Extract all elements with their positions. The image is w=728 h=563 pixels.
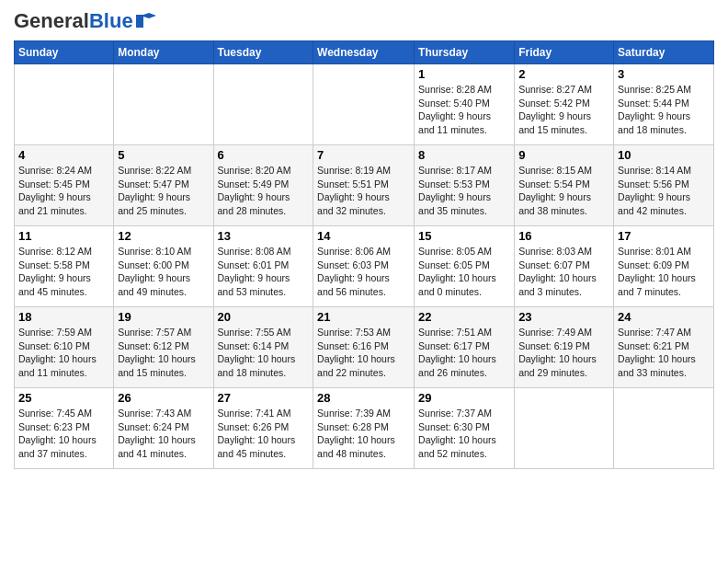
calendar-cell: 12Sunrise: 8:10 AM Sunset: 6:00 PM Dayli… xyxy=(114,226,213,307)
day-number: 12 xyxy=(118,229,209,243)
calendar-cell xyxy=(614,388,714,469)
day-number: 3 xyxy=(618,67,710,81)
calendar-cell: 6Sunrise: 8:20 AM Sunset: 5:49 PM Daylig… xyxy=(213,145,313,226)
day-number: 2 xyxy=(518,67,609,81)
day-number: 23 xyxy=(518,310,609,324)
logo: General Blue xyxy=(14,9,156,33)
day-info: Sunrise: 7:59 AM Sunset: 6:10 PM Dayligh… xyxy=(18,326,109,380)
day-info: Sunrise: 8:05 AM Sunset: 6:05 PM Dayligh… xyxy=(418,245,510,299)
col-header-tuesday: Tuesday xyxy=(213,41,313,64)
col-header-monday: Monday xyxy=(114,41,213,64)
calendar-cell: 5Sunrise: 8:22 AM Sunset: 5:47 PM Daylig… xyxy=(114,145,213,226)
day-info: Sunrise: 8:27 AM Sunset: 5:42 PM Dayligh… xyxy=(518,83,609,137)
day-number: 9 xyxy=(518,148,609,162)
day-number: 19 xyxy=(118,310,209,324)
logo-blue: Blue xyxy=(89,9,133,33)
calendar-cell xyxy=(313,64,415,145)
day-info: Sunrise: 8:10 AM Sunset: 6:00 PM Dayligh… xyxy=(118,245,209,299)
col-header-thursday: Thursday xyxy=(415,41,515,64)
calendar-cell: 1Sunrise: 8:28 AM Sunset: 5:40 PM Daylig… xyxy=(415,64,515,145)
calendar-cell: 9Sunrise: 8:15 AM Sunset: 5:54 PM Daylig… xyxy=(515,145,614,226)
day-info: Sunrise: 7:45 AM Sunset: 6:23 PM Dayligh… xyxy=(18,407,109,461)
day-number: 27 xyxy=(218,391,310,405)
day-info: Sunrise: 7:39 AM Sunset: 6:28 PM Dayligh… xyxy=(317,407,410,461)
calendar-cell: 22Sunrise: 7:51 AM Sunset: 6:17 PM Dayli… xyxy=(415,307,515,388)
day-info: Sunrise: 8:15 AM Sunset: 5:54 PM Dayligh… xyxy=(518,164,609,218)
col-header-saturday: Saturday xyxy=(614,41,714,64)
day-number: 10 xyxy=(618,148,710,162)
day-info: Sunrise: 7:55 AM Sunset: 6:14 PM Dayligh… xyxy=(218,326,310,380)
calendar-cell: 19Sunrise: 7:57 AM Sunset: 6:12 PM Dayli… xyxy=(114,307,213,388)
calendar-cell xyxy=(213,64,313,145)
day-info: Sunrise: 8:22 AM Sunset: 5:47 PM Dayligh… xyxy=(118,164,209,218)
calendar-cell: 23Sunrise: 7:49 AM Sunset: 6:19 PM Dayli… xyxy=(515,307,614,388)
logo-flag-icon xyxy=(136,13,156,28)
page-header: General Blue xyxy=(14,9,714,33)
day-number: 18 xyxy=(18,310,109,324)
calendar-cell: 21Sunrise: 7:53 AM Sunset: 6:16 PM Dayli… xyxy=(313,307,415,388)
day-number: 29 xyxy=(418,391,510,405)
day-number: 16 xyxy=(518,229,609,243)
day-number: 22 xyxy=(418,310,510,324)
day-info: Sunrise: 7:51 AM Sunset: 6:17 PM Dayligh… xyxy=(418,326,510,380)
day-number: 6 xyxy=(218,148,310,162)
calendar-cell: 18Sunrise: 7:59 AM Sunset: 6:10 PM Dayli… xyxy=(15,307,114,388)
calendar-cell: 17Sunrise: 8:01 AM Sunset: 6:09 PM Dayli… xyxy=(614,226,714,307)
day-info: Sunrise: 7:41 AM Sunset: 6:26 PM Dayligh… xyxy=(218,407,310,461)
calendar-cell: 7Sunrise: 8:19 AM Sunset: 5:51 PM Daylig… xyxy=(313,145,415,226)
day-info: Sunrise: 8:12 AM Sunset: 5:58 PM Dayligh… xyxy=(18,245,109,299)
day-info: Sunrise: 7:53 AM Sunset: 6:16 PM Dayligh… xyxy=(317,326,410,380)
day-number: 20 xyxy=(218,310,310,324)
calendar-cell: 15Sunrise: 8:05 AM Sunset: 6:05 PM Dayli… xyxy=(415,226,515,307)
day-info: Sunrise: 8:24 AM Sunset: 5:45 PM Dayligh… xyxy=(18,164,109,218)
calendar-cell: 24Sunrise: 7:47 AM Sunset: 6:21 PM Dayli… xyxy=(614,307,714,388)
calendar-cell: 27Sunrise: 7:41 AM Sunset: 6:26 PM Dayli… xyxy=(213,388,313,469)
col-header-sunday: Sunday xyxy=(15,41,114,64)
day-number: 17 xyxy=(618,229,710,243)
day-info: Sunrise: 8:28 AM Sunset: 5:40 PM Dayligh… xyxy=(418,83,510,137)
calendar-cell: 3Sunrise: 8:25 AM Sunset: 5:44 PM Daylig… xyxy=(614,64,714,145)
day-number: 5 xyxy=(118,148,209,162)
day-number: 25 xyxy=(18,391,109,405)
col-header-friday: Friday xyxy=(515,41,614,64)
day-number: 8 xyxy=(418,148,510,162)
calendar-cell: 2Sunrise: 8:27 AM Sunset: 5:42 PM Daylig… xyxy=(515,64,614,145)
calendar-cell xyxy=(114,64,213,145)
day-info: Sunrise: 7:37 AM Sunset: 6:30 PM Dayligh… xyxy=(418,407,510,461)
day-number: 4 xyxy=(18,148,109,162)
day-info: Sunrise: 8:06 AM Sunset: 6:03 PM Dayligh… xyxy=(317,245,410,299)
day-number: 28 xyxy=(317,391,410,405)
day-info: Sunrise: 8:01 AM Sunset: 6:09 PM Dayligh… xyxy=(618,245,710,299)
day-number: 26 xyxy=(118,391,209,405)
calendar-table: SundayMondayTuesdayWednesdayThursdayFrid… xyxy=(14,40,714,469)
day-number: 15 xyxy=(418,229,510,243)
calendar-cell: 14Sunrise: 8:06 AM Sunset: 6:03 PM Dayli… xyxy=(313,226,415,307)
calendar-cell: 28Sunrise: 7:39 AM Sunset: 6:28 PM Dayli… xyxy=(313,388,415,469)
calendar-cell: 13Sunrise: 8:08 AM Sunset: 6:01 PM Dayli… xyxy=(213,226,313,307)
day-info: Sunrise: 7:49 AM Sunset: 6:19 PM Dayligh… xyxy=(518,326,609,380)
calendar-cell: 29Sunrise: 7:37 AM Sunset: 6:30 PM Dayli… xyxy=(415,388,515,469)
day-number: 1 xyxy=(418,67,510,81)
day-info: Sunrise: 8:14 AM Sunset: 5:56 PM Dayligh… xyxy=(618,164,710,218)
day-number: 14 xyxy=(317,229,410,243)
calendar-cell: 20Sunrise: 7:55 AM Sunset: 6:14 PM Dayli… xyxy=(213,307,313,388)
day-number: 13 xyxy=(218,229,310,243)
logo-general: General xyxy=(14,9,89,33)
day-number: 21 xyxy=(317,310,410,324)
day-info: Sunrise: 7:57 AM Sunset: 6:12 PM Dayligh… xyxy=(118,326,209,380)
calendar-cell xyxy=(15,64,114,145)
day-number: 7 xyxy=(317,148,410,162)
calendar-cell: 11Sunrise: 8:12 AM Sunset: 5:58 PM Dayli… xyxy=(15,226,114,307)
day-info: Sunrise: 8:08 AM Sunset: 6:01 PM Dayligh… xyxy=(218,245,310,299)
calendar-cell: 10Sunrise: 8:14 AM Sunset: 5:56 PM Dayli… xyxy=(614,145,714,226)
calendar-cell: 4Sunrise: 8:24 AM Sunset: 5:45 PM Daylig… xyxy=(15,145,114,226)
day-info: Sunrise: 8:19 AM Sunset: 5:51 PM Dayligh… xyxy=(317,164,410,218)
day-info: Sunrise: 8:25 AM Sunset: 5:44 PM Dayligh… xyxy=(618,83,710,137)
calendar-cell: 25Sunrise: 7:45 AM Sunset: 6:23 PM Dayli… xyxy=(15,388,114,469)
day-number: 11 xyxy=(18,229,109,243)
day-info: Sunrise: 7:47 AM Sunset: 6:21 PM Dayligh… xyxy=(618,326,710,380)
day-info: Sunrise: 8:17 AM Sunset: 5:53 PM Dayligh… xyxy=(418,164,510,218)
day-info: Sunrise: 8:03 AM Sunset: 6:07 PM Dayligh… xyxy=(518,245,609,299)
calendar-cell: 16Sunrise: 8:03 AM Sunset: 6:07 PM Dayli… xyxy=(515,226,614,307)
day-info: Sunrise: 7:43 AM Sunset: 6:24 PM Dayligh… xyxy=(118,407,209,461)
